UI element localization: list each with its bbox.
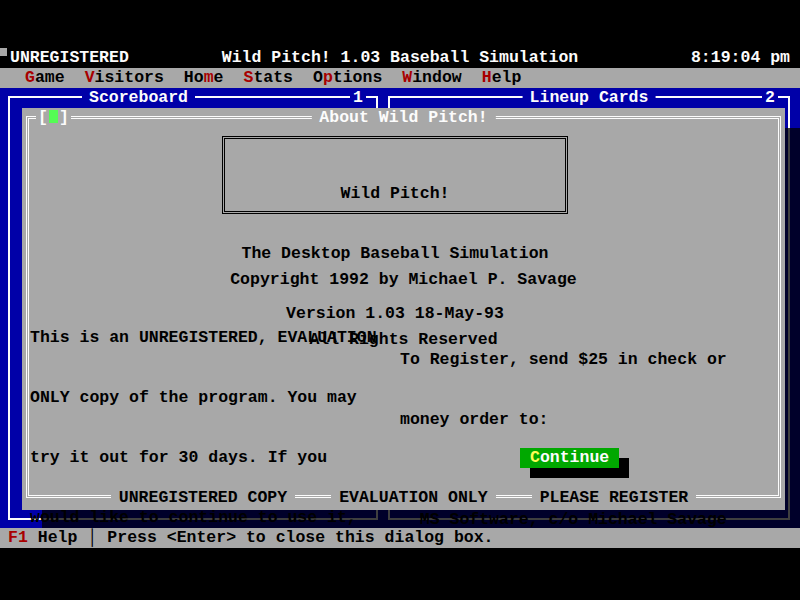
dialog-border <box>26 116 781 498</box>
close-icon <box>49 110 58 123</box>
window-lineup-cards-title: Lineup Cards <box>523 88 656 108</box>
dialog-footer-banner: UNREGISTERED COPY EVALUATION ONLY PLEASE… <box>22 488 785 508</box>
menu-item-visitors[interactable]: Visitors <box>85 68 164 88</box>
about-dialog: [] About Wild Pitch! Wild Pitch! The Des… <box>22 108 785 510</box>
menu-item-options[interactable]: Options <box>313 68 382 88</box>
screen-corner-artifact <box>0 48 7 56</box>
menu-item-home[interactable]: Home <box>184 68 224 88</box>
dialog-title: About Wild Pitch! <box>311 108 495 128</box>
menu-item-stats[interactable]: Stats <box>243 68 293 88</box>
f1-help-shortcut[interactable]: F1 <box>8 528 28 548</box>
menu-item-window[interactable]: Window <box>402 68 461 88</box>
footer-evaluation: EVALUATION ONLY <box>331 488 496 508</box>
menu-bar: Game Visitors Home Stats Options Window … <box>0 68 800 88</box>
window-lineup-cards-number: 2 <box>762 88 778 108</box>
window-scoreboard-number: 1 <box>350 88 366 108</box>
footer-unregistered: UNREGISTERED COPY <box>111 488 295 508</box>
window-scoreboard-title: Scoreboard <box>82 88 195 108</box>
app-title: Wild Pitch! 1.03 Baseball Simulation <box>0 48 800 68</box>
system-title-bar: UNREGISTERED Wild Pitch! 1.03 Baseball S… <box>0 48 800 68</box>
footer-register: PLEASE REGISTER <box>532 488 697 508</box>
close-button[interactable]: [] <box>36 108 71 128</box>
menu-item-game[interactable]: Game <box>25 68 65 88</box>
dialog-shadow-right <box>785 128 800 528</box>
clock: 8:19:04 pm <box>691 48 790 68</box>
menu-item-help[interactable]: Help <box>482 68 522 88</box>
